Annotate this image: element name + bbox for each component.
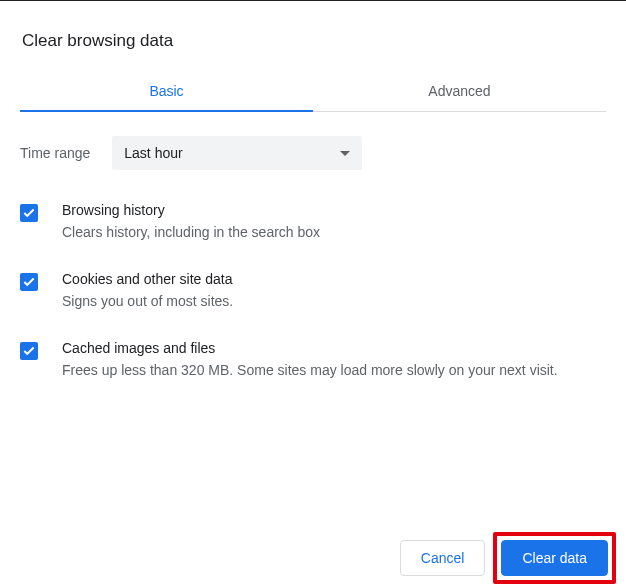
option-text: Browsing history Clears history, includi… (62, 202, 606, 243)
option-desc: Clears history, including in the search … (62, 222, 606, 243)
tab-advanced[interactable]: Advanced (313, 73, 606, 111)
chevron-down-icon (340, 151, 350, 156)
dialog-footer: Cancel Clear data (400, 532, 616, 584)
checkbox-browsing-history[interactable] (20, 204, 38, 222)
checkbox-cache[interactable] (20, 342, 38, 360)
tab-label: Advanced (428, 83, 490, 99)
time-range-value: Last hour (124, 145, 182, 161)
option-desc: Signs you out of most sites. (62, 291, 606, 312)
tab-bar: Basic Advanced (20, 73, 606, 112)
option-desc: Frees up less than 320 MB. Some sites ma… (62, 360, 606, 381)
check-icon (22, 344, 36, 358)
time-range-label: Time range (20, 145, 90, 161)
clear-data-button[interactable]: Clear data (501, 540, 608, 576)
check-icon (22, 275, 36, 289)
checkbox-cookies[interactable] (20, 273, 38, 291)
clear-browsing-data-dialog: Clear browsing data Basic Advanced Time … (0, 1, 626, 381)
option-cookies: Cookies and other site data Signs you ou… (20, 271, 606, 312)
tab-label: Basic (149, 83, 183, 99)
time-range-row: Time range Last hour (20, 136, 606, 170)
cancel-button[interactable]: Cancel (400, 540, 486, 576)
tab-basic[interactable]: Basic (20, 73, 313, 111)
option-title: Cached images and files (62, 340, 606, 356)
option-browsing-history: Browsing history Clears history, includi… (20, 202, 606, 243)
option-cache: Cached images and files Frees up less th… (20, 340, 606, 381)
dialog-title: Clear browsing data (22, 31, 606, 51)
annotation-highlight: Clear data (493, 532, 616, 584)
option-text: Cached images and files Frees up less th… (62, 340, 606, 381)
option-title: Cookies and other site data (62, 271, 606, 287)
time-range-select[interactable]: Last hour (112, 136, 362, 170)
option-text: Cookies and other site data Signs you ou… (62, 271, 606, 312)
check-icon (22, 206, 36, 220)
option-title: Browsing history (62, 202, 606, 218)
button-label: Cancel (421, 550, 465, 566)
button-label: Clear data (522, 550, 587, 566)
